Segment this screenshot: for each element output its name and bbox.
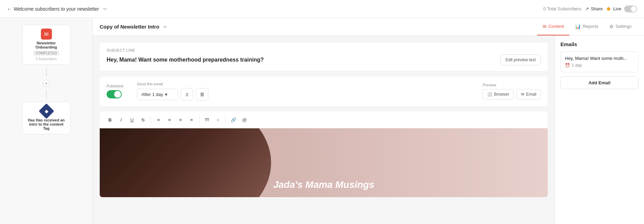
preview-buttons: ⬜ Browser ✉ Email [483,89,541,99]
content-tab-icon: ✉ [543,24,547,29]
subscribers-count: 0 Total Subscribers [543,6,581,11]
share-button[interactable]: ↗ Share [585,6,603,11]
published-label: Published [107,84,123,88]
chevron-down-icon: ▾ [165,92,167,97]
node-box-tag[interactable]: ◆ Has Has received an intro to the conte… [22,102,70,134]
send-timing-group: Send this email After 1 day ▾ ⧖ 🗑 [137,82,208,100]
live-toggle[interactable] [624,6,637,12]
tab-nav: ✉ Content 📊 Reports ⚙ Settings [537,18,637,35]
add-email-button[interactable]: Add Email [560,76,638,89]
node-sub-onboarding: 0 Subscribers [36,57,57,61]
node-title-onboarding: Newsletter Onboarding [26,41,67,49]
email-preview-button[interactable]: ✉ Email [516,89,541,99]
preview-group: Preview ⬜ Browser ✉ Email [483,83,541,99]
editor-toolbar: B I U S ≡ ≡ ≡ ≡ TT ○ 🔗 @ [100,111,548,128]
delete-button[interactable]: 🗑 [196,88,208,100]
back-button[interactable]: ← Welcome subscribers to your newsletter [7,6,99,12]
live-indicator: Live [607,6,637,12]
top-header: ← Welcome subscribers to your newsletter… [0,0,644,18]
tab-settings[interactable]: ⚙ Settings [604,18,637,35]
right-panel-title: Emails [560,41,638,47]
tab-reports[interactable]: 📊 Reports [569,18,604,35]
connector-plus-button[interactable]: + [43,80,50,87]
email-card-meta: ⏰ 1 day [565,63,634,68]
clock-icon: ⏰ [565,63,570,68]
editor-block: B I U S ≡ ≡ ≡ ≡ TT ○ 🔗 @ [100,111,548,197]
toolbar-separator-2 [199,116,199,123]
send-timing-select[interactable]: After 1 day ▾ [137,89,178,100]
left-sidebar: ✉ Newsletter Onboarding COMPLETED 0 Subs… [0,18,93,224]
tag-condition-icon: ◆ [39,103,54,119]
content-title: Copy of Newsletter Intro [100,24,159,30]
align-right-button[interactable]: ≡ [176,115,185,125]
published-toggle[interactable] [107,90,122,98]
right-panel: Emails Hey, Mama! Want some moth... ⏰ 1 … [555,36,644,224]
hero-text: Jada's Mama Musings [273,179,374,190]
flow-node-onboarding: ✉ Newsletter Onboarding COMPLETED 0 Subs… [22,25,70,65]
email-settings-row: Published Send this email After 1 day ▾ … [100,76,548,106]
bold-button[interactable]: B [105,115,115,125]
preview-label: Preview [483,83,541,87]
subject-row: Hey, Mama! Want some motherhood prepared… [107,54,541,65]
filter-icon: ⧖ [185,92,189,97]
send-timing-label: Send this email [137,82,208,86]
newsletter-onboarding-icon: ✉ [41,29,52,40]
heading-button[interactable]: TT [202,115,212,125]
tab-content[interactable]: ✉ Content [537,18,570,35]
main-layout: ✉ Newsletter Onboarding COMPLETED 0 Subs… [0,18,644,224]
email-card[interactable]: Hey, Mama! Want some moth... ⏰ 1 day [560,51,638,72]
title-edit-icon[interactable]: ✏ [103,6,107,12]
live-dot-icon [607,7,610,11]
share-icon: ↗ [585,6,589,11]
node-title-tag: Has Has received an intro to the content… [26,118,67,130]
hero-person-figure [100,128,301,197]
browser-preview-button[interactable]: ⬜ Browser [483,89,514,99]
content-edit-icon[interactable]: ✏ [163,24,167,30]
email-hero-image: Jada's Mama Musings [100,128,548,197]
flow-node-tag: ◆ Has Has received an intro to the conte… [22,102,70,134]
email-icon: ✉ [521,92,524,97]
connector-line-2 [46,90,47,98]
connector-line-1 [46,68,47,76]
editor-main: Subject line Hey, Mama! Want some mother… [93,36,555,224]
email-card-subject: Hey, Mama! Want some moth... [565,56,634,61]
align-center-button[interactable]: ≡ [165,115,174,125]
back-arrow-icon: ← [7,6,12,12]
published-group: Published [107,84,123,98]
email-canvas[interactable]: Jada's Mama Musings [100,128,548,197]
content-area: Copy of Newsletter Intro ✏ ✉ Content 📊 R… [93,18,644,224]
edit-preview-text-button[interactable]: Edit preview text [500,54,541,65]
underline-button[interactable]: U [127,115,137,125]
trash-icon: 🗑 [200,92,205,97]
reports-tab-icon: 📊 [575,24,581,29]
italic-button[interactable]: I [116,115,126,125]
email-editor: Subject line Hey, Mama! Want some mother… [93,36,644,224]
justify-button[interactable]: ≡ [187,115,196,125]
node-badge-onboarding: COMPLETED [33,51,59,56]
page-title: Welcome subscribers to your newsletter [14,6,99,12]
subject-label: Subject line [107,48,541,52]
subject-text: Hey, Mama! Want some motherhood prepared… [107,57,264,63]
toolbar-separator-3 [226,116,226,123]
settings-tab-icon: ⚙ [609,24,614,29]
email-card-timing: 1 day [572,63,582,68]
toolbar-separator-1 [151,116,151,123]
filter-button[interactable]: ⧖ [181,88,193,100]
link-button[interactable]: 🔗 [229,115,238,125]
browser-icon: ⬜ [487,92,492,97]
node-box-onboarding[interactable]: ✉ Newsletter Onboarding COMPLETED 0 Subs… [22,25,70,65]
bullet-button[interactable]: ○ [213,115,223,125]
mention-button[interactable]: @ [240,115,249,125]
content-header: Copy of Newsletter Intro ✏ ✉ Content 📊 R… [93,18,644,36]
strikethrough-button[interactable]: S [138,115,148,125]
align-left-button[interactable]: ≡ [154,115,163,125]
subject-section: Subject line Hey, Mama! Want some mother… [100,43,548,71]
